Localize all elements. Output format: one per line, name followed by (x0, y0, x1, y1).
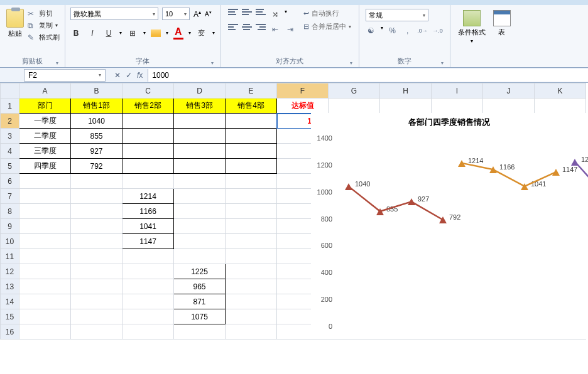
cell-D8[interactable] (174, 204, 226, 219)
cell-B10[interactable] (71, 234, 122, 249)
decrease-font-button[interactable]: A▾ (205, 10, 212, 18)
row-header-12[interactable]: 12 (1, 264, 19, 279)
orientation-button[interactable]: ⤭ (270, 9, 281, 20)
cell-H1[interactable] (380, 99, 432, 114)
cell-D6[interactable] (174, 174, 226, 189)
cell-A4[interactable]: 三季度 (19, 144, 71, 159)
cell-D12[interactable]: 1225 (174, 264, 226, 279)
row-header-15[interactable]: 15 (1, 309, 19, 324)
col-header-E[interactable]: E (226, 83, 277, 99)
cell-D1[interactable]: 销售3部 (174, 99, 226, 114)
cell-E4[interactable] (226, 144, 277, 159)
cell-E1[interactable]: 销售4部 (226, 99, 277, 114)
cell-E6[interactable] (226, 174, 277, 189)
increase-indent-button[interactable] (285, 24, 296, 35)
cell-C10[interactable]: 1147 (122, 234, 174, 249)
cell-A11[interactable] (19, 249, 71, 264)
paste-icon[interactable] (6, 9, 24, 28)
font-name-combo[interactable]: 微软雅黑▾ (70, 8, 158, 20)
decrease-decimal-button[interactable] (432, 25, 444, 36)
italic-button[interactable]: I (87, 28, 98, 39)
cell-E2[interactable] (226, 114, 277, 129)
align-left-button[interactable] (228, 24, 238, 33)
embedded-chart[interactable]: 各部门四季度销售情况 0200400600800100012001400 104… (311, 113, 587, 339)
fill-color-button[interactable] (151, 29, 161, 37)
cell-A6[interactable] (19, 174, 71, 189)
cell-B5[interactable]: 792 (71, 159, 122, 174)
row-header-10[interactable]: 10 (1, 234, 19, 249)
col-header-A[interactable]: A (19, 83, 71, 99)
row-header-4[interactable]: 4 (1, 144, 19, 159)
cut-button[interactable]: 剪切 (28, 9, 60, 18)
col-header-D[interactable]: D (174, 83, 226, 99)
cell-B9[interactable] (71, 219, 122, 234)
row-header-14[interactable]: 14 (1, 294, 19, 309)
row-header-13[interactable]: 13 (1, 279, 19, 294)
cell-C9[interactable]: 1041 (122, 219, 174, 234)
cell-D4[interactable] (174, 144, 226, 159)
row-header-3[interactable]: 3 (1, 129, 19, 144)
cell-A7[interactable] (19, 189, 71, 204)
row-header-9[interactable]: 9 (1, 219, 19, 234)
cell-A16[interactable] (19, 324, 71, 339)
copy-button[interactable]: 复制 ▾ (28, 21, 60, 30)
conditional-format-button[interactable]: 条件格式 ▾ (455, 8, 488, 67)
accept-formula-button[interactable]: ✓ (126, 71, 132, 80)
col-header-H[interactable]: H (380, 83, 432, 99)
cell-F1[interactable]: 达标值 (277, 99, 329, 114)
cancel-formula-button[interactable]: ✕ (114, 71, 121, 80)
cell-B15[interactable] (71, 309, 122, 324)
cell-C11[interactable] (122, 249, 174, 264)
cell-A8[interactable] (19, 204, 71, 219)
row-header-2[interactable]: 2 (1, 114, 19, 129)
cell-D5[interactable] (174, 159, 226, 174)
col-header-F[interactable]: F (277, 83, 329, 99)
select-all-corner[interactable] (1, 83, 19, 99)
cell-C4[interactable] (122, 144, 174, 159)
cell-D15[interactable]: 1075 (174, 309, 226, 324)
merge-center-button[interactable]: 合并后居中 ▾ (303, 22, 351, 31)
cell-C6[interactable] (122, 174, 174, 189)
format-table-button[interactable]: 表 (491, 8, 513, 67)
cell-D16[interactable] (174, 324, 226, 339)
cell-B11[interactable] (71, 249, 122, 264)
align-bottom-button[interactable] (256, 9, 266, 18)
cell-C2[interactable] (122, 114, 174, 129)
row-header-11[interactable]: 11 (1, 249, 19, 264)
fx-button[interactable]: fx (137, 71, 143, 80)
col-header-G[interactable]: G (329, 83, 380, 99)
cell-E9[interactable] (226, 219, 277, 234)
cell-D9[interactable] (174, 219, 226, 234)
cell-C13[interactable] (122, 279, 174, 294)
increase-decimal-button[interactable] (417, 25, 428, 36)
cell-C12[interactable] (122, 264, 174, 279)
align-center-button[interactable] (242, 24, 252, 33)
cell-A12[interactable] (19, 264, 71, 279)
phonetic-button[interactable]: 变 (196, 28, 207, 39)
cell-B8[interactable] (71, 204, 122, 219)
col-header-I[interactable]: I (432, 83, 483, 99)
cell-A3[interactable]: 二季度 (19, 129, 71, 144)
cell-E16[interactable] (226, 324, 277, 339)
cell-E7[interactable] (226, 189, 277, 204)
cell-C5[interactable] (122, 159, 174, 174)
cell-C7[interactable]: 1214 (122, 189, 174, 204)
row-header-1[interactable]: 1 (1, 99, 19, 114)
wrap-text-button[interactable]: 自动换行 (303, 9, 351, 18)
underline-button[interactable]: U (103, 28, 114, 39)
col-header-J[interactable]: J (483, 83, 535, 99)
cell-B4[interactable]: 927 (71, 144, 122, 159)
cell-E14[interactable] (226, 294, 277, 309)
cell-C15[interactable] (122, 309, 174, 324)
formula-input[interactable]: 1000 (148, 69, 588, 82)
col-header-K[interactable]: K (535, 83, 586, 99)
cell-E3[interactable] (226, 129, 277, 144)
col-header-C[interactable]: C (122, 83, 174, 99)
cell-D10[interactable] (174, 234, 226, 249)
comma-button[interactable] (402, 25, 413, 36)
cell-D11[interactable] (174, 249, 226, 264)
align-right-button[interactable] (256, 24, 266, 33)
cell-E8[interactable] (226, 204, 277, 219)
cell-J1[interactable] (483, 99, 535, 114)
cell-E10[interactable] (226, 234, 277, 249)
